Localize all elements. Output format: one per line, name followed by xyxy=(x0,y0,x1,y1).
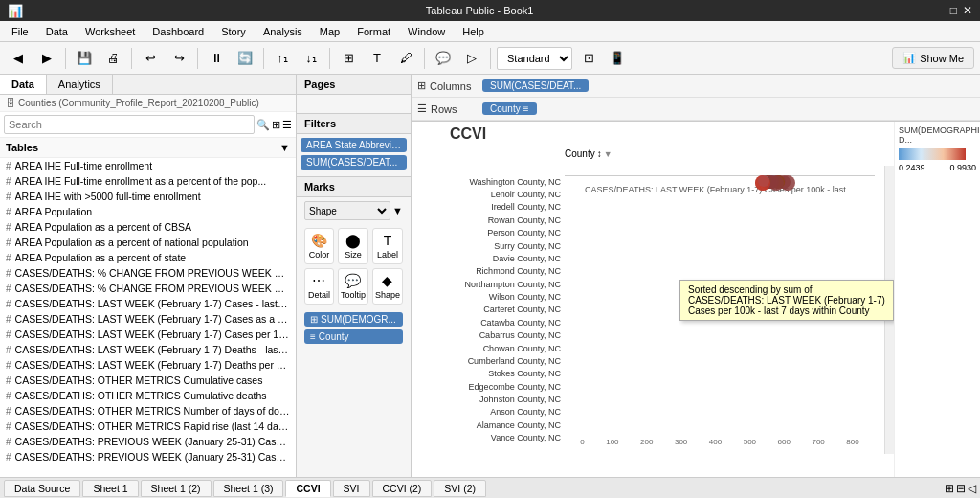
menu-map[interactable]: Map xyxy=(312,24,347,39)
toolbar-device[interactable]: 📱 xyxy=(605,46,630,71)
scatter-dot[interactable] xyxy=(755,175,770,191)
x-axis-label: CASES/DEATHS: LAST WEEK (February 1-7) C… xyxy=(566,185,875,194)
table-row[interactable]: #AREA IHE Full-time enrollment as a perc… xyxy=(0,173,296,189)
table-row[interactable]: #CASES/DEATHS: PREVIOUS WEEK (January 25… xyxy=(0,434,296,449)
menu-data[interactable]: Data xyxy=(38,24,76,39)
options-icon[interactable]: ☰ xyxy=(282,119,292,131)
toolbar-group[interactable]: ⊞ xyxy=(336,46,361,71)
toolbar-tooltip[interactable]: 💬 xyxy=(431,46,456,71)
tab-icon-2[interactable]: ◁ xyxy=(968,482,976,495)
table-row-icon: # xyxy=(6,207,11,217)
close-btn[interactable]: ✕ xyxy=(963,4,972,17)
toolbar-fit[interactable]: ⊡ xyxy=(576,46,601,71)
toolbar-sort-desc[interactable]: ↓₁ xyxy=(299,46,323,71)
table-row[interactable]: #CASES/DEATHS: LAST WEEK (February 1-7) … xyxy=(0,327,296,342)
search-input[interactable] xyxy=(4,115,255,134)
table-row[interactable]: #AREA Population as a percent of state xyxy=(0,250,296,265)
table-row[interactable]: #CASES/DEATHS: OTHER METRICS Cumulative … xyxy=(0,388,296,403)
menu-file[interactable]: File xyxy=(4,24,36,39)
bottom-tab-svi-(2)[interactable]: SVI (2) xyxy=(434,480,486,497)
toolbar-print[interactable]: 🖨 xyxy=(100,46,125,71)
table-row[interactable]: #AREA Population as a percent of nationa… xyxy=(0,235,296,250)
collapse-tables-icon[interactable]: ▼ xyxy=(279,142,290,153)
table-row[interactable]: #AREA IHE Full-time enrollment xyxy=(0,158,296,173)
menu-window[interactable]: Window xyxy=(400,24,453,39)
toolbar-format[interactable]: 🖊 xyxy=(393,46,418,71)
menu-format[interactable]: Format xyxy=(349,24,398,39)
bottom-tab-svi[interactable]: SVI xyxy=(333,480,370,497)
toolbar-pause[interactable]: ⏸ xyxy=(204,46,229,71)
marks-type-select[interactable]: Shape xyxy=(304,201,390,220)
mark-color-btn[interactable]: 🎨Color xyxy=(304,228,334,264)
y-axis-label: Richmond County, NC xyxy=(412,265,565,278)
table-row[interactable]: #CASES/DEATHS: LAST WEEK (February 1-7) … xyxy=(0,357,296,373)
table-row[interactable]: #CASES/DEATHS: OTHER METRICS Cumulative … xyxy=(0,373,296,388)
table-row[interactable]: #CASES/DEATHS: % CHANGE FROM PREVIOUS WE… xyxy=(0,265,296,281)
table-row[interactable]: #CASES/DEATHS: OTHER METRICS Rapid rise … xyxy=(0,419,296,434)
y-axis-label: Rowan County, NC xyxy=(412,214,565,226)
table-row[interactable]: #AREA Population as a percent of CBSA xyxy=(0,219,296,235)
search-icon[interactable]: 🔍 xyxy=(256,119,270,131)
toolbar-label[interactable]: T xyxy=(365,46,390,71)
filter-chip-state[interactable]: AREA State Abbrevia... xyxy=(301,138,407,152)
bottom-tab-sheet-1-(2)[interactable]: Sheet 1 (2) xyxy=(141,480,212,497)
toolbar-present[interactable]: ▷ xyxy=(459,46,484,71)
tab-icon-1[interactable]: ⊟ xyxy=(956,482,966,495)
toolbar-view-dropdown[interactable]: Standard xyxy=(497,47,572,70)
toolbar-forward[interactable]: ▶ xyxy=(34,46,59,71)
minimize-btn[interactable]: ─ xyxy=(936,4,945,17)
toolbar-sort-asc[interactable]: ↑₁ xyxy=(270,46,295,71)
table-row[interactable]: #CASES/DEATHS: % CHANGE FROM PREVIOUS WE… xyxy=(0,281,296,296)
table-row-icon: # xyxy=(6,329,11,340)
window-controls[interactable]: ─ □ ✕ xyxy=(936,4,972,17)
table-row[interactable]: #CASES/DEATHS: PREVIOUS WEEK (January 25… xyxy=(0,449,296,464)
bottom-tab-ccvi[interactable]: CCVI xyxy=(285,480,330,497)
marks-field-county[interactable]: ≡ County xyxy=(304,329,403,344)
tab-icon-0[interactable]: ⊞ xyxy=(945,482,954,495)
tab-data[interactable]: Data xyxy=(0,75,47,94)
mark-tooltip-btn[interactable]: 💬Tooltip xyxy=(338,268,368,305)
table-row-icon: # xyxy=(6,345,11,355)
toolbar-redo[interactable]: ↪ xyxy=(167,46,191,71)
maximize-btn[interactable]: □ xyxy=(950,4,957,17)
table-row[interactable]: #CASES/DEATHS: LAST WEEK (February 1-7) … xyxy=(0,342,296,357)
table-row-text: AREA IHE with >5000 full-time enrollment xyxy=(15,191,290,202)
x-tick: 200 xyxy=(640,438,653,446)
sort-icon[interactable]: ↕ xyxy=(597,148,602,159)
mark-detail-btn[interactable]: ⋯Detail xyxy=(304,268,334,305)
mark-shape-btn[interactable]: ◆Shape xyxy=(372,268,403,305)
table-row[interactable]: #CASES/DEATHS: LAST WEEK (February 1-7) … xyxy=(0,311,296,327)
toolbar-back[interactable]: ◀ xyxy=(6,46,31,71)
mark-label-btn[interactable]: TLabel xyxy=(372,228,403,264)
marks-section: Marks Shape ▼ 🎨Color ⬤Size TLabel ⋯Detai… xyxy=(297,176,411,348)
bottom-tab-ccvi-(2)[interactable]: CCVI (2) xyxy=(372,480,433,497)
toolbar-undo[interactable]: ↩ xyxy=(138,46,163,71)
menu-story[interactable]: Story xyxy=(213,24,254,39)
table-row[interactable]: #AREA IHE with >5000 full-time enrollmen… xyxy=(0,189,296,204)
table-row[interactable]: #CASES/DEATHS: LAST WEEK (February 1-7) … xyxy=(0,296,296,311)
filter-icon[interactable]: ⊞ xyxy=(272,119,280,131)
bottom-tab-sheet-1[interactable]: Sheet 1 xyxy=(82,480,138,497)
column-header[interactable]: County ↕ ▼ xyxy=(565,147,612,161)
show-me-button[interactable]: 📊 Show Me xyxy=(892,47,974,69)
filter-row-icon[interactable]: ▼ xyxy=(604,149,612,159)
marks-field-demographic[interactable]: ⊞ SUM(DEMOGR... xyxy=(304,312,403,327)
menu-help[interactable]: Help xyxy=(455,24,492,39)
menu-worksheet[interactable]: Worksheet xyxy=(78,24,143,39)
scatter-area: CASES/DEATHS: LAST WEEK (February 1-7) C… xyxy=(565,175,875,176)
menu-analysis[interactable]: Analysis xyxy=(256,24,310,39)
filter-chip-cases[interactable]: SUM(CASES/DEAT... xyxy=(301,155,407,170)
toolbar-refresh[interactable]: 🔄 xyxy=(233,46,257,71)
table-row[interactable]: #AREA Population xyxy=(0,204,296,219)
bottom-tab-sheet-1-(3)[interactable]: Sheet 1 (3) xyxy=(213,480,284,497)
rows-chip[interactable]: County ≡ xyxy=(482,102,537,115)
y-axis-label: Cabarrus County, NC xyxy=(412,329,565,342)
y-axis-label: Person County, NC xyxy=(412,227,565,239)
mark-size-btn[interactable]: ⬤Size xyxy=(338,228,368,264)
toolbar-save[interactable]: 💾 xyxy=(72,46,97,71)
columns-chip[interactable]: SUM(CASES/DEAT... xyxy=(482,79,589,92)
menu-dashboard[interactable]: Dashboard xyxy=(145,24,212,39)
bottom-tab-data-source[interactable]: Data Source xyxy=(4,480,80,497)
table-row[interactable]: #CASES/DEATHS: OTHER METRICS Number of d… xyxy=(0,403,296,419)
tab-analytics[interactable]: Analytics xyxy=(47,75,113,94)
